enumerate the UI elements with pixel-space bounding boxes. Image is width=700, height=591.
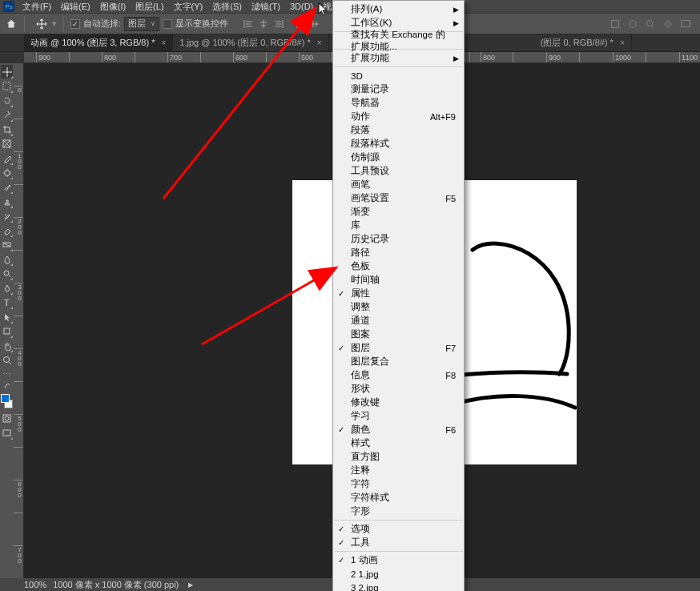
menu-item[interactable]: ✓图层F7 xyxy=(333,341,464,355)
menu-edit[interactable]: 编辑(E) xyxy=(56,0,95,14)
menu-item[interactable]: 段落 xyxy=(333,123,464,137)
gear-icon[interactable] xyxy=(662,18,674,30)
menu-image[interactable]: 图像(I) xyxy=(95,0,131,14)
menu-filter[interactable]: 滤镜(T) xyxy=(247,0,285,14)
menu-item[interactable]: ✓1 动画 xyxy=(333,553,464,567)
menu-select[interactable]: 选择(S) xyxy=(207,0,247,14)
menu-item[interactable]: 渐变 xyxy=(333,205,464,219)
menu-item[interactable]: 3 2.jpg xyxy=(333,581,464,591)
menu-item[interactable]: 形状 xyxy=(333,382,464,396)
menu-item[interactable]: 信息F8 xyxy=(333,368,464,382)
menu-item[interactable]: 色板 xyxy=(333,259,464,273)
menu-item[interactable]: 修改键 xyxy=(333,396,464,409)
menu-item[interactable]: 画笔设置F5 xyxy=(333,191,464,205)
menu-3d[interactable]: 3D(D) xyxy=(285,1,318,12)
menu-item[interactable]: 字符样式 xyxy=(333,491,464,505)
menu-item[interactable]: 扩展功能▶ xyxy=(333,51,464,65)
menu-item[interactable]: 3D xyxy=(333,69,464,82)
brush-tool[interactable] xyxy=(1,180,13,194)
menu-layer[interactable]: 图层(L) xyxy=(131,0,168,14)
menu-item[interactable]: 段落样式 xyxy=(333,137,464,151)
cloud-icon[interactable] xyxy=(626,18,639,30)
menu-item[interactable]: 导航器 xyxy=(333,96,464,110)
gradient-tool[interactable] xyxy=(1,238,13,251)
ruler-vertical[interactable]: 0100200300400500600700 xyxy=(14,63,24,578)
eraser-tool[interactable] xyxy=(1,223,13,237)
menu-file[interactable]: 文件(F) xyxy=(18,0,56,14)
align-top-icon[interactable] xyxy=(292,17,307,31)
menu-item[interactable]: 时间轴 xyxy=(333,273,464,287)
menu-type[interactable]: 文字(Y) xyxy=(169,0,208,14)
menu-item[interactable]: 排列(A)▶ xyxy=(333,2,464,16)
swap-colors-icon[interactable] xyxy=(1,382,13,390)
wand-tool[interactable] xyxy=(1,108,13,122)
align-hcenter-icon[interactable] xyxy=(256,17,271,31)
menu-item[interactable]: 测量记录 xyxy=(333,82,464,96)
search-icon[interactable] xyxy=(644,18,657,30)
edit-toolbar-icon[interactable]: ⋯ xyxy=(1,368,13,381)
auto-select-checkbox[interactable]: ✓ xyxy=(70,19,80,29)
path-select-tool[interactable] xyxy=(1,310,13,324)
menu-item[interactable]: 字符 xyxy=(333,477,464,491)
marquee-tool[interactable] xyxy=(1,79,13,93)
menu-item[interactable]: 路径 xyxy=(333,246,464,259)
zoom-tool[interactable] xyxy=(1,353,13,367)
menu-item[interactable]: 学习 xyxy=(333,409,464,423)
shape-tool[interactable] xyxy=(1,324,13,338)
zoom-level[interactable]: 100% xyxy=(24,580,46,589)
menu-item[interactable]: 仿制源 xyxy=(333,151,464,164)
foreground-color[interactable] xyxy=(1,394,10,403)
blur-tool[interactable] xyxy=(1,252,13,266)
align-left-icon[interactable] xyxy=(241,17,255,31)
history-brush-tool[interactable] xyxy=(1,209,13,223)
home-icon[interactable] xyxy=(5,18,18,30)
menu-item[interactable]: 图层复合 xyxy=(333,355,464,368)
menu-item[interactable]: 直方图 xyxy=(333,450,464,464)
hand-tool[interactable] xyxy=(1,339,13,352)
workspace-icon[interactable] xyxy=(679,18,692,30)
doc-tab[interactable]: (图层 0, RGB/8#) *× xyxy=(534,34,632,51)
screenmode-icon[interactable] xyxy=(1,426,13,440)
menu-item[interactable]: 调整 xyxy=(333,300,464,314)
dodge-tool[interactable] xyxy=(1,267,13,280)
menu-item[interactable]: 库 xyxy=(333,219,464,232)
crop-tool[interactable] xyxy=(1,123,13,136)
align-vcenter-icon[interactable] xyxy=(308,17,322,31)
frame-tool[interactable] xyxy=(1,137,13,151)
info-caret-icon[interactable]: ▶ xyxy=(188,581,193,589)
menu-item[interactable]: 样式 xyxy=(333,436,464,450)
move-tool[interactable] xyxy=(1,65,13,78)
quickmask-icon[interactable] xyxy=(1,412,13,425)
lasso-tool[interactable] xyxy=(1,94,13,107)
menu-item[interactable]: 注释 xyxy=(333,464,464,477)
stamp-tool[interactable] xyxy=(1,195,13,208)
menu-item[interactable]: ✓选项 xyxy=(333,522,464,536)
show-transform-checkbox[interactable] xyxy=(163,19,172,29)
menu-item[interactable]: 图案 xyxy=(333,328,464,341)
text-tool[interactable]: T xyxy=(1,296,13,309)
menu-item[interactable]: 字形 xyxy=(333,505,464,518)
menu-item[interactable]: 工作区(K)▶ xyxy=(333,16,464,30)
menu-item[interactable]: ✓颜色F6 xyxy=(333,423,464,436)
menu-item[interactable]: 通道 xyxy=(333,314,464,328)
doc-tab[interactable]: 1.jpg @ 100% (图层 0, RGB/8#) *× xyxy=(173,34,328,51)
heal-tool[interactable] xyxy=(1,166,13,179)
menu-item[interactable]: 查找有关 Exchange 的扩展功能... xyxy=(333,34,464,47)
eyedropper-tool[interactable] xyxy=(1,151,13,165)
close-icon[interactable]: × xyxy=(620,38,625,47)
menu-item[interactable]: 工具预设 xyxy=(333,164,464,178)
share-icon[interactable] xyxy=(609,18,622,30)
doc-tab[interactable]: 动画 @ 100% (图层 3, RGB/8) *× xyxy=(24,34,173,51)
menu-item[interactable]: ✓属性 xyxy=(333,287,464,300)
align-right-icon[interactable] xyxy=(272,17,286,31)
menu-item[interactable]: 历史记录 xyxy=(333,232,464,246)
color-swatches[interactable] xyxy=(1,394,13,408)
dropdown-caret-icon[interactable]: ▾ xyxy=(52,18,57,29)
close-icon[interactable]: × xyxy=(161,38,166,47)
auto-select-dropdown[interactable]: 图层 ∨ xyxy=(124,17,159,31)
menu-item[interactable]: 动作Alt+F9 xyxy=(333,110,464,123)
menu-item[interactable]: 2 1.jpg xyxy=(333,567,464,581)
close-icon[interactable]: × xyxy=(317,38,322,47)
menu-item[interactable]: 画笔 xyxy=(333,178,464,191)
pen-tool[interactable] xyxy=(1,281,13,295)
